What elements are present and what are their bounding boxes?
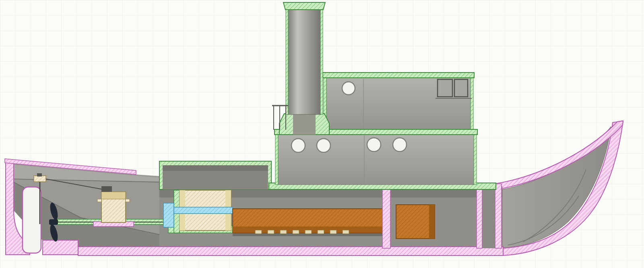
tiller-arm[interactable] <box>34 176 46 182</box>
motor-group[interactable] <box>163 190 233 233</box>
frame-bay-surface <box>482 189 495 248</box>
servo-horn[interactable] <box>101 186 112 192</box>
deckhouse-porthole[interactable] <box>393 138 407 152</box>
battery-foot <box>318 230 324 234</box>
battery-group[interactable] <box>233 205 435 239</box>
battery-foot <box>330 230 336 234</box>
motor-shaft-section[interactable] <box>174 207 233 214</box>
wheelhouse-window[interactable] <box>438 79 452 97</box>
skeg-section[interactable] <box>43 240 78 255</box>
deckhouse-group[interactable] <box>275 129 477 185</box>
wheelhouse-window[interactable] <box>454 79 468 97</box>
battery-foot <box>305 230 312 234</box>
battery-foot <box>268 230 274 234</box>
funnel-base-interior <box>293 114 316 135</box>
battery-foot <box>293 230 299 234</box>
wheelhouse-wall-section[interactable] <box>471 78 473 131</box>
deckhouse-wall-section[interactable] <box>474 135 477 185</box>
wheelhouse-porthole[interactable] <box>342 82 355 95</box>
funnel-body[interactable] <box>287 8 321 114</box>
battery-box-side-band <box>429 205 435 239</box>
deckhouse-porthole[interactable] <box>291 139 305 152</box>
funnel-wall-section[interactable] <box>286 8 288 114</box>
battery-foot <box>255 230 262 234</box>
propeller-hub[interactable] <box>49 219 58 225</box>
rudder-blade[interactable] <box>23 187 41 253</box>
deckhouse-porthole[interactable] <box>367 138 381 152</box>
battery-foot <box>343 230 349 234</box>
bow-frame-section[interactable] <box>495 184 502 248</box>
bulkhead-section[interactable] <box>382 188 390 248</box>
servo-top-case <box>101 192 126 199</box>
battery-box[interactable] <box>396 205 435 239</box>
shaft-coupling-section[interactable] <box>163 203 174 227</box>
bow-frame-section[interactable] <box>477 184 482 248</box>
wheelhouse-group[interactable] <box>323 73 474 131</box>
wheelhouse-roof-section[interactable] <box>323 73 474 78</box>
funnel-top-rim-section[interactable] <box>283 2 325 10</box>
hatch-opening-shadow <box>163 165 268 171</box>
deckhouse-wall-section[interactable] <box>275 135 278 185</box>
tiller-clamp <box>37 173 42 177</box>
servo-mount-ear <box>97 199 101 202</box>
bottom-plating-section[interactable] <box>78 247 503 256</box>
battery-foot <box>280 230 287 234</box>
engine-hatch-group[interactable] <box>159 161 271 189</box>
cad-section-viewport[interactable] <box>0 0 644 268</box>
servo-mount-ear <box>126 199 130 202</box>
funnel-wall-section[interactable] <box>320 8 323 114</box>
funnel-group[interactable] <box>279 2 329 135</box>
deckhouse-porthole[interactable] <box>317 139 330 152</box>
